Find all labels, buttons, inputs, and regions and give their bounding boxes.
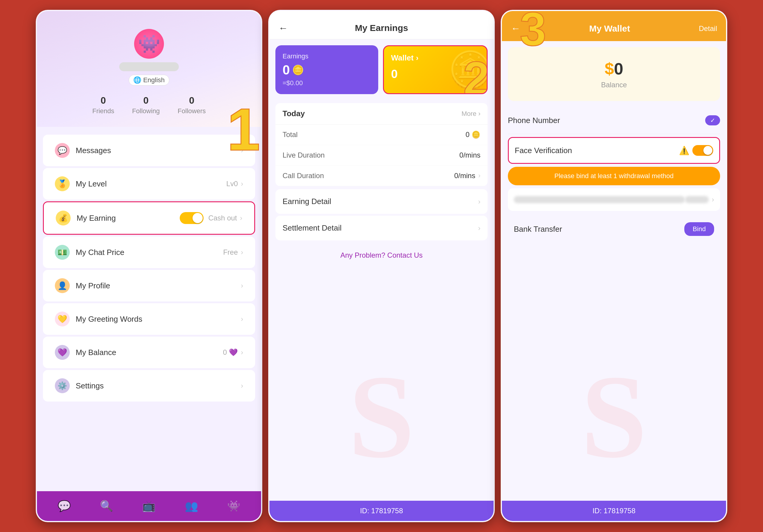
warning-icon: ⚠️ (679, 146, 689, 155)
face-verification-row[interactable]: Face Verification ⚠️ 3 (508, 137, 720, 164)
chevron-right-icon: › (241, 315, 243, 323)
chat-price-label: My Chat Price (76, 248, 223, 257)
sidebar-item-chat-price[interactable]: 💵 My Chat Price Free › (43, 236, 255, 268)
avatar (134, 29, 164, 59)
stat-following: 0 Following (132, 95, 160, 115)
bottom-nav: 💬 🔍 📺 👥 👾 (37, 491, 261, 521)
nav-heart-icon[interactable]: 💬 (57, 500, 71, 512)
nav-community-icon[interactable]: 👥 (185, 500, 198, 512)
wallet-title: My Wallet (520, 24, 699, 34)
earnings-header: ← My Earnings (270, 11, 493, 39)
nav-tv-icon[interactable]: 📺 (142, 500, 156, 512)
today-row-total: Total 0 🪙 (275, 125, 488, 145)
bind-button[interactable]: Bind (684, 222, 714, 236)
friends-count: 0 (92, 95, 114, 106)
screen-earnings: S ← My Earnings Earnings 0 🪙 =$0.00 Wall… (268, 10, 495, 522)
following-label: Following (132, 107, 160, 115)
stat-friends: 0 Friends (92, 95, 114, 115)
balance-number: 0 (614, 59, 623, 78)
chevron-right-icon: › (240, 214, 242, 222)
chat-price-icon: 💵 (55, 245, 70, 260)
blurred-value (685, 196, 709, 203)
today-section: Today More › Total 0 🪙 Live Duration 0/m… (275, 103, 488, 186)
screen2-footer: ID: 17819758 (270, 501, 493, 521)
withdrawal-section: Phone Number ✓ (502, 107, 726, 134)
settings-label: Settings (76, 381, 241, 391)
footer-id: ID: 17819758 (360, 507, 403, 515)
screen-profile: 🌐 English 0 Friends 0 Following 0 Follow… (36, 10, 262, 522)
sidebar-item-greeting-words[interactable]: 💛 My Greeting Words › (43, 303, 255, 335)
chevron-right-icon: › (241, 382, 243, 390)
sidebar-item-my-balance[interactable]: 💜 My Balance 0 💜 › (43, 337, 255, 368)
screen3-footer: ID: 17819758 (502, 501, 726, 521)
sidebar-item-my-level[interactable]: 🏅 My Level Lv0 › (43, 168, 255, 200)
chevron-right-icon: › (241, 180, 243, 188)
contact-link[interactable]: Any Problem? Contact Us (270, 242, 493, 268)
messages-icon: 💬 (55, 143, 70, 158)
phone-number-row: Phone Number ✓ (508, 107, 720, 134)
balance-label: Balance (520, 81, 708, 89)
profile-label: My Profile (76, 281, 241, 291)
followers-label: Followers (178, 107, 206, 115)
back-button[interactable]: ← (511, 23, 520, 34)
profile-icon: 👤 (55, 278, 70, 293)
level-icon: 🏅 (55, 176, 70, 191)
screen-wallet: S ← My Wallet Detail $0 Balance Phone Nu… (501, 10, 727, 522)
total-value: 0 🪙 (466, 131, 481, 139)
balance-amount: $0 (520, 59, 708, 78)
call-duration-value: 0/mins (454, 172, 476, 180)
language-badge[interactable]: 🌐 English (129, 75, 169, 85)
more-button[interactable]: More › (461, 110, 481, 118)
level-value: Lv0 (226, 180, 238, 188)
back-button[interactable]: ← (278, 23, 288, 34)
earnings-amount: 0 🪙 (282, 62, 371, 77)
today-header: Today More › (275, 103, 488, 125)
following-count: 0 (132, 95, 160, 106)
withdrawal-warning-banner: Please bind at least 1 withdrawal method (508, 167, 720, 185)
flag-icon: 🌐 (133, 76, 141, 84)
detail-link[interactable]: Detail (699, 25, 717, 33)
chevron-right-icon: › (478, 198, 481, 206)
earnings-card: Earnings 0 🪙 =$0.00 (275, 45, 378, 94)
avatar-section: 🌐 English 0 Friends 0 Following 0 Follow… (49, 29, 249, 115)
bank-transfer-label: Bank Transfer (514, 224, 684, 234)
settings-icon: ⚙️ (55, 378, 70, 393)
earning-detail-row[interactable]: Earning Detail › (275, 189, 488, 214)
today-row-live: Live Duration 0/mins (275, 145, 488, 166)
nav-profile-icon[interactable]: 👾 (227, 500, 241, 512)
earning-toggle[interactable] (180, 212, 204, 224)
verified-check-icon: ✓ (705, 115, 720, 126)
chevron-right-icon: › (241, 146, 243, 155)
phone-number-label: Phone Number (508, 116, 705, 125)
language-label: English (143, 76, 164, 84)
sidebar-item-settings[interactable]: ⚙️ Settings › (43, 370, 255, 401)
wallet-card[interactable]: Wallet › 0 🪙 2 (383, 45, 488, 94)
today-row-call[interactable]: Call Duration 0/mins › (275, 166, 488, 186)
face-verification-toggle[interactable] (692, 145, 713, 156)
watermark: S (502, 348, 726, 485)
nav-search-icon[interactable]: 🔍 (100, 500, 113, 512)
live-duration-value: 0/mins (459, 151, 481, 159)
wallet-header: ← My Wallet Detail (502, 11, 726, 41)
balance-card: $0 Balance (508, 47, 720, 101)
chevron-right-icon: › (241, 348, 243, 357)
earnings-number: 0 (282, 62, 290, 77)
blurred-text (514, 196, 685, 203)
followers-count: 0 (178, 95, 206, 106)
blurred-row: › (508, 188, 720, 211)
wallet-arrow-icon: › (416, 53, 419, 62)
earnings-cards: Earnings 0 🪙 =$0.00 Wallet › 0 🪙 2 (270, 39, 493, 100)
bank-transfer-row: Bank Transfer Bind (508, 214, 720, 244)
chat-price-value: Free (223, 248, 238, 256)
menu-list: 💬 Messages › 🏅 My Level Lv0 › 💰 My Earni… (37, 127, 261, 409)
earning-detail-label: Earning Detail (282, 197, 478, 206)
screen-title: My Earnings (355, 23, 408, 33)
sidebar-item-my-profile[interactable]: 👤 My Profile › (43, 270, 255, 302)
settlement-detail-row[interactable]: Settlement Detail › (275, 216, 488, 240)
cash-out-label: Cash out (208, 214, 237, 222)
sidebar-item-messages[interactable]: 💬 Messages › (43, 134, 255, 166)
total-label: Total (282, 131, 466, 139)
footer-id: ID: 17819758 (593, 507, 635, 515)
settlement-detail-label: Settlement Detail (282, 223, 478, 233)
sidebar-item-my-earning[interactable]: 💰 My Earning Cash out › 1 (43, 201, 255, 235)
